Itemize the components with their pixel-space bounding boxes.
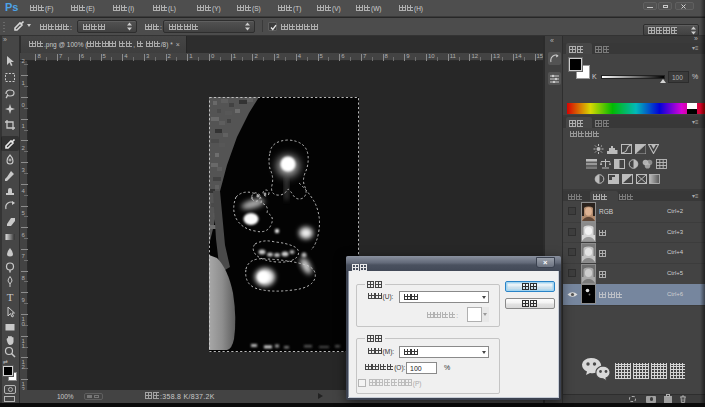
svg-text:T: T [7,291,14,303]
